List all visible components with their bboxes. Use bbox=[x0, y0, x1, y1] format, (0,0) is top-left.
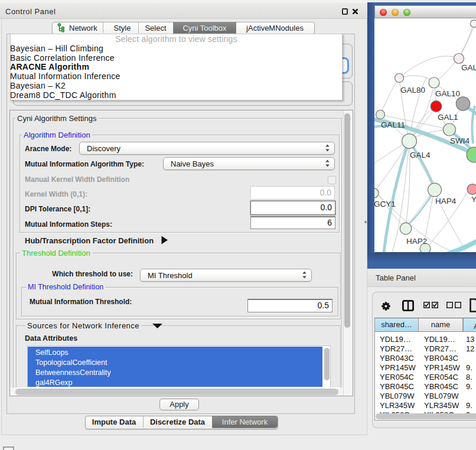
svg-text:HAP2: HAP2 bbox=[406, 237, 427, 246]
svg-text:GAL7: GAL7 bbox=[461, 63, 476, 72]
svg-text:SWI4: SWI4 bbox=[450, 136, 470, 145]
svg-text:Y: Y bbox=[471, 195, 476, 204]
svg-text:GCY1: GCY1 bbox=[374, 200, 396, 208]
svg-text:GAL11: GAL11 bbox=[381, 120, 405, 129]
svg-text:GAL10: GAL10 bbox=[435, 89, 460, 98]
svg-text:GAL80: GAL80 bbox=[400, 86, 425, 94]
svg-text:GAL1: GAL1 bbox=[438, 113, 458, 122]
svg-text:GAL4: GAL4 bbox=[410, 151, 431, 159]
svg-text:HAP4: HAP4 bbox=[435, 197, 457, 206]
